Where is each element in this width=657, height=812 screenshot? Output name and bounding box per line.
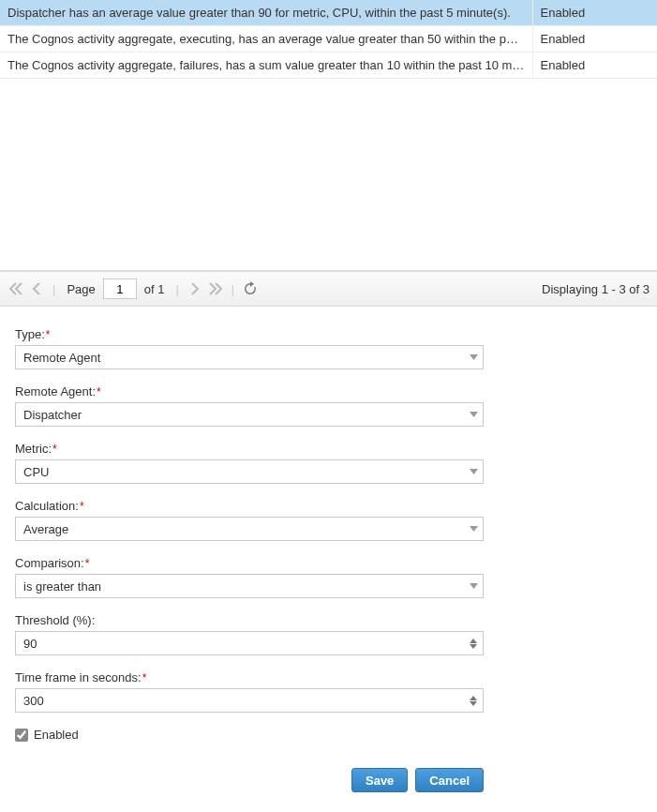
first-page-button[interactable] <box>7 280 24 297</box>
remote-agent-label: Remote Agent:* <box>15 384 484 398</box>
calculation-select[interactable]: Average <box>15 517 484 541</box>
field-threshold: Threshold (%): 90 <box>15 613 484 655</box>
required-indicator: * <box>80 500 84 513</box>
type-label: Type:* <box>15 327 484 341</box>
metric-select[interactable]: CPU <box>15 459 484 484</box>
comparison-label: Comparison:* <box>15 556 484 570</box>
rules-table-body: Dispatcher has an average value greater … <box>0 0 657 79</box>
threshold-value: 90 <box>16 637 464 651</box>
comparison-label-text: Comparison: <box>15 556 84 570</box>
table-row[interactable]: The Cognos activity aggregate, executing… <box>0 26 657 53</box>
table-row[interactable]: The Cognos activity aggregate, failures,… <box>0 53 657 79</box>
cancel-button[interactable]: Cancel <box>415 768 484 792</box>
dropdown-icon[interactable] <box>464 460 483 483</box>
rule-status-cell: Enabled <box>532 26 657 53</box>
type-label-text: Type: <box>15 327 45 341</box>
dropdown-icon[interactable] <box>464 346 483 368</box>
page-label: Page <box>67 282 95 296</box>
metric-label: Metric:* <box>15 442 484 456</box>
remote-agent-select[interactable]: Dispatcher <box>15 402 484 427</box>
comparison-value: is greater than <box>16 579 464 594</box>
page-input[interactable] <box>103 278 137 299</box>
remote-agent-value: Dispatcher <box>16 408 464 422</box>
remote-agent-label-text: Remote Agent: <box>15 384 96 398</box>
field-time-frame: Time frame in seconds:* 300 <box>15 670 484 713</box>
button-bar: Save Cancel <box>15 768 484 792</box>
calculation-label: Calculation:* <box>15 499 484 513</box>
last-page-button[interactable] <box>207 280 224 297</box>
rule-status-cell: Enabled <box>532 0 657 26</box>
display-message: Displaying 1 - 3 of 3 <box>542 282 650 296</box>
page-of-label: of 1 <box>144 282 165 296</box>
rule-description-cell: Dispatcher has an average value greater … <box>0 0 532 26</box>
metric-value: CPU <box>16 465 464 479</box>
time-frame-label: Time frame in seconds:* <box>15 670 484 684</box>
time-frame-value: 300 <box>16 694 464 708</box>
threshold-label: Threshold (%): <box>15 613 484 627</box>
table-row[interactable]: Dispatcher has an average value greater … <box>0 0 657 26</box>
spinner-icon[interactable] <box>464 689 483 712</box>
calculation-value: Average <box>16 522 464 536</box>
required-indicator: * <box>46 328 51 341</box>
threshold-input[interactable]: 90 <box>15 631 484 655</box>
field-remote-agent: Remote Agent:* Dispatcher <box>15 384 484 427</box>
prev-page-button[interactable] <box>28 280 45 297</box>
form-area: Type:* Remote Agent Remote Agent:* Dispa… <box>0 307 657 802</box>
calculation-label-text: Calculation: <box>15 499 79 513</box>
separator: | <box>175 282 178 296</box>
required-indicator: * <box>97 385 101 398</box>
dropdown-icon[interactable] <box>464 403 483 426</box>
field-metric: Metric:* CPU <box>15 442 484 484</box>
separator: | <box>52 282 55 296</box>
required-indicator: * <box>52 443 57 456</box>
spinner-icon[interactable] <box>464 632 483 654</box>
metric-label-text: Metric: <box>15 442 52 456</box>
dropdown-icon[interactable] <box>464 518 483 540</box>
type-value: Remote Agent <box>16 351 464 365</box>
refresh-button[interactable] <box>242 280 259 297</box>
comparison-select[interactable]: is greater than <box>15 574 484 598</box>
rules-table: Dispatcher has an average value greater … <box>0 0 657 79</box>
rule-status-cell: Enabled <box>532 53 657 79</box>
required-indicator: * <box>142 671 147 684</box>
save-button[interactable]: Save <box>351 768 408 792</box>
time-frame-input[interactable]: 300 <box>15 688 484 713</box>
pager-left: | Page of 1 | | <box>7 278 259 299</box>
enabled-checkbox-row: Enabled <box>15 728 642 742</box>
enabled-label: Enabled <box>34 728 79 742</box>
required-indicator: * <box>85 557 90 570</box>
separator: | <box>231 282 234 296</box>
rule-description-cell: The Cognos activity aggregate, executing… <box>0 26 532 53</box>
rule-description-cell: The Cognos activity aggregate, failures,… <box>0 53 532 79</box>
time-frame-label-text: Time frame in seconds: <box>15 670 142 684</box>
type-select[interactable]: Remote Agent <box>15 345 484 369</box>
pager-bar: | Page of 1 | | Displaying 1 - 3 of 3 <box>0 271 657 307</box>
enabled-checkbox[interactable] <box>15 729 28 742</box>
next-page-button[interactable] <box>187 280 203 297</box>
dropdown-icon[interactable] <box>464 575 483 597</box>
rules-table-area: Dispatcher has an average value greater … <box>0 0 657 271</box>
field-comparison: Comparison:* is greater than <box>15 556 484 598</box>
field-calculation: Calculation:* Average <box>15 499 484 541</box>
field-type: Type:* Remote Agent <box>15 327 484 369</box>
table-empty-space <box>0 79 657 270</box>
